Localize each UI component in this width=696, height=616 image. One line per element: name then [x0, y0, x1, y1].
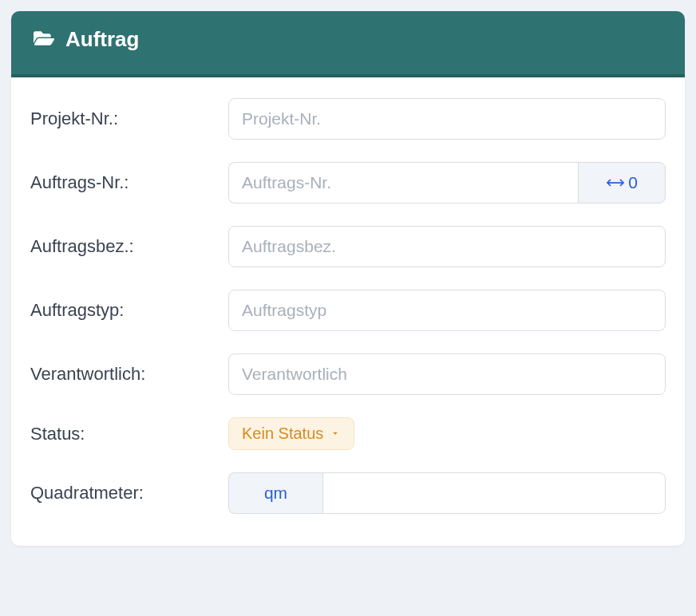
auto-number-value: 0 — [628, 173, 638, 192]
status-selected-text: Kein Status — [242, 424, 323, 443]
card-body: Projekt-Nr.: Auftrags-Nr.: — [11, 77, 685, 546]
label-quadratmeter: Quadratmeter: — [30, 483, 228, 503]
label-auftragstyp: Auftragstyp: — [30, 300, 228, 321]
row-auftragstyp: Auftragstyp: — [30, 290, 666, 331]
input-auftragsbez[interactable] — [228, 226, 666, 267]
status-dropdown[interactable]: Kein Status — [228, 417, 354, 450]
arrows-horizontal-icon — [606, 173, 625, 192]
input-auftragstyp[interactable] — [228, 290, 666, 331]
label-status: Status: — [30, 424, 228, 444]
input-auftrags-nr[interactable] — [228, 162, 578, 203]
row-auftragsbez: Auftragsbez.: — [30, 226, 666, 267]
row-quadratmeter: Quadratmeter: qm — [30, 472, 666, 514]
row-auftrags-nr: Auftrags-Nr.: 0 — [30, 162, 666, 203]
order-card: Auftrag Projekt-Nr.: Auftrags-Nr.: — [11, 11, 685, 546]
label-auftragsbez: Auftragsbez.: — [30, 236, 228, 257]
card-header: Auftrag — [11, 11, 685, 77]
input-quadratmeter[interactable] — [322, 472, 666, 514]
unit-addon-qm: qm — [228, 472, 322, 514]
row-verantwortlich: Verantwortlich: — [30, 353, 666, 395]
card-title: Auftrag — [65, 27, 139, 52]
label-auftrags-nr: Auftrags-Nr.: — [30, 172, 228, 193]
input-projekt-nr[interactable] — [228, 98, 666, 140]
row-status: Status: Kein Status — [30, 417, 666, 450]
label-projekt-nr: Projekt-Nr.: — [30, 109, 228, 129]
row-projekt-nr: Projekt-Nr.: — [30, 98, 666, 140]
input-verantwortlich[interactable] — [228, 353, 666, 395]
label-verantwortlich: Verantwortlich: — [30, 364, 228, 385]
chevron-down-icon — [330, 424, 341, 443]
folder-open-icon — [34, 29, 54, 51]
auto-number-button[interactable]: 0 — [578, 162, 666, 203]
